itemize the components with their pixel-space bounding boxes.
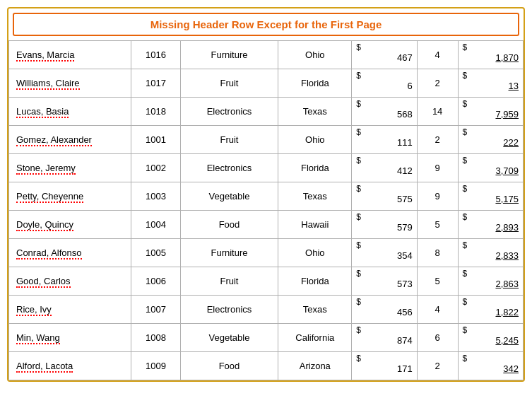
- unit-price-cell: $467: [352, 41, 417, 69]
- state-cell: Ohio: [278, 41, 352, 69]
- state-cell: Florida: [278, 69, 352, 98]
- unit-price-cell: $171: [352, 352, 417, 380]
- name-cell: Good, Carlos: [9, 267, 131, 296]
- total-cell: $2,863: [458, 267, 523, 296]
- id-cell: 1005: [131, 239, 180, 267]
- table-row: Evans, Marcia1016FurnitureOhio$4674$1,87…: [9, 41, 524, 69]
- id-cell: 1016: [131, 41, 180, 69]
- total-cell: $1,822: [458, 296, 523, 324]
- total-cell: $1,870: [458, 41, 523, 69]
- state-cell: California: [278, 324, 352, 352]
- id-cell: 1008: [131, 324, 180, 352]
- state-cell: Hawaii: [278, 211, 352, 239]
- id-cell: 1001: [131, 126, 180, 154]
- state-cell: Texas: [278, 98, 352, 126]
- table-row: Good, Carlos1006FruitFlorida$5735$2,863: [9, 267, 524, 296]
- header-title: Missing Header Row Except for the First …: [150, 18, 382, 30]
- category-cell: Vegetable: [180, 182, 278, 211]
- total-cell: $13: [458, 69, 523, 98]
- name-cell: Stone, Jeremy: [9, 154, 131, 182]
- category-cell: Fruit: [180, 267, 278, 296]
- state-cell: Ohio: [278, 239, 352, 267]
- data-table: Evans, Marcia1016FurnitureOhio$4674$1,87…: [8, 40, 524, 380]
- category-cell: Food: [180, 211, 278, 239]
- qty-cell: 6: [417, 324, 458, 352]
- total-cell: $342: [458, 352, 523, 380]
- table-row: Gomez, Alexander1001FruitOhio$1112$222: [9, 126, 524, 154]
- table-row: Rice, Ivy1007ElectronicsTexas$4564$1,822: [9, 296, 524, 324]
- total-cell: $222: [458, 126, 523, 154]
- unit-price-cell: $111: [352, 126, 417, 154]
- total-cell: $3,709: [458, 154, 523, 182]
- unit-price-cell: $412: [352, 154, 417, 182]
- table-row: Williams, Claire1017FruitFlorida$62$13: [9, 69, 524, 98]
- table-row: Conrad, Alfonso1005FurnitureOhio$3548$2,…: [9, 239, 524, 267]
- name-cell: Williams, Claire: [9, 69, 131, 98]
- id-cell: 1003: [131, 182, 180, 211]
- qty-cell: 2: [417, 69, 458, 98]
- id-cell: 1018: [131, 98, 180, 126]
- unit-price-cell: $575: [352, 182, 417, 211]
- name-cell: Evans, Marcia: [9, 41, 131, 69]
- qty-cell: 14: [417, 98, 458, 126]
- qty-cell: 5: [417, 211, 458, 239]
- qty-cell: 9: [417, 182, 458, 211]
- table-row: Petty, Cheyenne1003VegetableTexas$5759$5…: [9, 182, 524, 211]
- category-cell: Fruit: [180, 69, 278, 98]
- qty-cell: 4: [417, 296, 458, 324]
- state-cell: Ohio: [278, 126, 352, 154]
- table-row: Alford, Lacota1009FoodArizona$1712$342: [9, 352, 524, 380]
- unit-price-cell: $456: [352, 296, 417, 324]
- name-cell: Min, Wang: [9, 324, 131, 352]
- id-cell: 1007: [131, 296, 180, 324]
- page-wrapper: Missing Header Row Except for the First …: [7, 7, 525, 382]
- header-banner: Missing Header Row Except for the First …: [13, 13, 519, 36]
- state-cell: Texas: [278, 182, 352, 211]
- id-cell: 1006: [131, 267, 180, 296]
- table-row: Min, Wang1008VegetableCalifornia$8746$5,…: [9, 324, 524, 352]
- category-cell: Electronics: [180, 154, 278, 182]
- qty-cell: 2: [417, 352, 458, 380]
- state-cell: Arizona: [278, 352, 352, 380]
- category-cell: Electronics: [180, 296, 278, 324]
- total-cell: $2,833: [458, 239, 523, 267]
- unit-price-cell: $874: [352, 324, 417, 352]
- name-cell: Gomez, Alexander: [9, 126, 131, 154]
- total-cell: $7,959: [458, 98, 523, 126]
- name-cell: Conrad, Alfonso: [9, 239, 131, 267]
- qty-cell: 2: [417, 126, 458, 154]
- category-cell: Furniture: [180, 239, 278, 267]
- total-cell: $2,893: [458, 211, 523, 239]
- unit-price-cell: $579: [352, 211, 417, 239]
- table-row: Stone, Jeremy1002ElectronicsFlorida$4129…: [9, 154, 524, 182]
- table-row: Doyle, Quincy1004FoodHawaii$5795$2,893: [9, 211, 524, 239]
- id-cell: 1002: [131, 154, 180, 182]
- total-cell: $5,245: [458, 324, 523, 352]
- qty-cell: 8: [417, 239, 458, 267]
- name-cell: Lucas, Basia: [9, 98, 131, 126]
- state-cell: Florida: [278, 267, 352, 296]
- name-cell: Doyle, Quincy: [9, 211, 131, 239]
- category-cell: Vegetable: [180, 324, 278, 352]
- category-cell: Fruit: [180, 126, 278, 154]
- category-cell: Furniture: [180, 41, 278, 69]
- category-cell: Electronics: [180, 98, 278, 126]
- state-cell: Texas: [278, 296, 352, 324]
- unit-price-cell: $6: [352, 69, 417, 98]
- category-cell: Food: [180, 352, 278, 380]
- id-cell: 1017: [131, 69, 180, 98]
- qty-cell: 9: [417, 154, 458, 182]
- state-cell: Florida: [278, 154, 352, 182]
- table-row: Lucas, Basia1018ElectronicsTexas$56814$7…: [9, 98, 524, 126]
- qty-cell: 5: [417, 267, 458, 296]
- name-cell: Rice, Ivy: [9, 296, 131, 324]
- id-cell: 1009: [131, 352, 180, 380]
- total-cell: $5,175: [458, 182, 523, 211]
- unit-price-cell: $568: [352, 98, 417, 126]
- unit-price-cell: $573: [352, 267, 417, 296]
- qty-cell: 4: [417, 41, 458, 69]
- name-cell: Petty, Cheyenne: [9, 182, 131, 211]
- id-cell: 1004: [131, 211, 180, 239]
- name-cell: Alford, Lacota: [9, 352, 131, 380]
- unit-price-cell: $354: [352, 239, 417, 267]
